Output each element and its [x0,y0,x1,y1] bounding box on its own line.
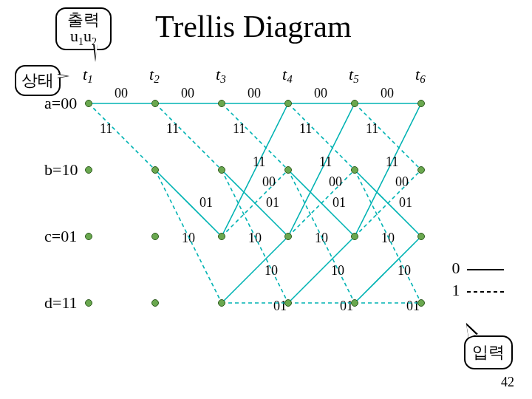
svg-point-60 [86,100,92,107]
svg-text:11: 11 [386,154,398,169]
svg-line-50 [355,170,421,303]
svg-text:10: 10 [182,231,195,245]
svg-point-63 [86,300,92,307]
svg-text:11: 11 [100,121,112,136]
svg-point-83 [418,300,425,307]
svg-point-70 [219,233,225,240]
svg-text:10: 10 [331,263,344,278]
svg-text:01: 01 [266,195,279,210]
input-callout: 입력 [464,335,513,369]
svg-text:10: 10 [315,231,328,245]
svg-line-24 [222,236,288,303]
svg-text:10: 10 [398,263,411,278]
svg-text:11: 11 [253,154,265,169]
svg-point-61 [86,167,92,174]
svg-line-52 [355,103,421,236]
svg-text:10: 10 [248,231,262,245]
svg-point-68 [219,100,225,107]
svg-point-78 [352,233,358,240]
svg-text:01: 01 [200,195,213,210]
svg-text:00: 00 [314,86,327,100]
svg-text:t3: t3 [216,65,226,85]
svg-text:d=11: d=11 [44,293,78,312]
svg-line-10 [155,170,222,303]
svg-point-73 [285,167,292,174]
svg-point-74 [285,233,292,240]
svg-line-34 [288,170,355,303]
svg-point-79 [352,300,358,307]
output-callout: 출력 u1u2 [55,7,112,50]
legend-one: 1 [452,281,508,300]
svg-text:00: 00 [395,174,409,189]
svg-point-66 [152,233,159,240]
svg-text:11: 11 [299,121,312,136]
svg-text:10: 10 [265,263,278,278]
page-title: Trellis Diagram [155,9,352,44]
legend-zero: 0 [452,259,508,278]
page-number: 42 [501,375,514,390]
svg-text:t1: t1 [83,65,93,85]
svg-point-67 [152,300,159,307]
svg-text:00: 00 [248,86,261,100]
svg-text:c=01: c=01 [44,227,77,245]
svg-text:11: 11 [319,154,332,169]
svg-text:a=00: a=00 [44,94,77,112]
svg-point-64 [152,100,159,107]
svg-line-40 [288,236,355,303]
svg-text:10: 10 [381,231,395,245]
svg-line-18 [222,170,288,303]
svg-line-56 [355,236,421,303]
svg-point-80 [418,100,425,107]
svg-point-82 [418,233,425,240]
svg-point-76 [352,100,358,107]
svg-line-20 [222,103,288,236]
svg-point-69 [219,167,225,174]
svg-point-62 [86,233,92,240]
svg-text:t2: t2 [149,65,160,85]
svg-text:01: 01 [406,299,420,313]
svg-point-75 [285,300,292,307]
svg-text:11: 11 [233,121,245,136]
svg-text:00: 00 [115,86,128,100]
svg-text:11: 11 [366,121,378,136]
output-label-2: u1u2 [57,28,110,47]
svg-text:00: 00 [329,174,342,189]
svg-point-81 [418,167,425,174]
svg-text:11: 11 [166,121,179,136]
svg-text:00: 00 [262,174,276,189]
svg-text:01: 01 [273,299,287,313]
svg-text:t4: t4 [282,65,293,85]
svg-line-2 [89,103,155,170]
svg-text:01: 01 [340,299,353,313]
svg-point-71 [219,300,225,307]
svg-text:00: 00 [381,86,394,100]
svg-point-77 [352,167,358,174]
svg-text:01: 01 [399,195,412,210]
trellis-diagram: 0011001110010011100111000110001110011100… [44,59,458,332]
svg-point-65 [152,167,159,174]
svg-text:b=10: b=10 [44,160,78,179]
svg-point-72 [285,100,292,107]
svg-line-36 [288,103,355,236]
output-label-1: 출력 [57,12,110,28]
svg-text:01: 01 [332,195,346,210]
svg-text:t6: t6 [415,65,426,85]
svg-line-6 [155,103,222,170]
svg-text:00: 00 [181,86,194,100]
svg-text:t5: t5 [349,65,359,85]
